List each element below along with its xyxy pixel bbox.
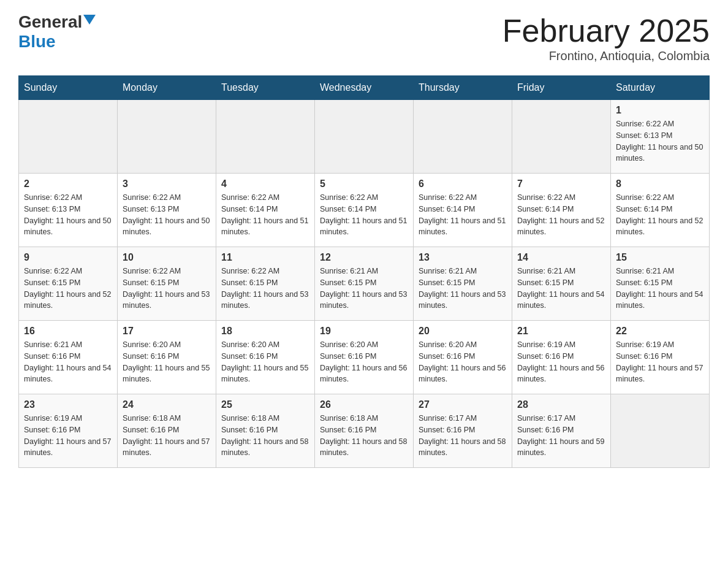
day-header-thursday: Thursday bbox=[414, 76, 512, 100]
day-info: Sunrise: 6:22 AM Sunset: 6:15 PM Dayligh… bbox=[123, 266, 211, 312]
calendar-cell: 4Sunrise: 6:22 AM Sunset: 6:14 PM Daylig… bbox=[216, 174, 315, 247]
calendar-cell: 8Sunrise: 6:22 AM Sunset: 6:14 PM Daylig… bbox=[611, 174, 710, 247]
calendar-cell: 3Sunrise: 6:22 AM Sunset: 6:13 PM Daylig… bbox=[118, 174, 216, 247]
day-header-tuesday: Tuesday bbox=[216, 76, 315, 100]
day-header-monday: Monday bbox=[118, 76, 216, 100]
day-info: Sunrise: 6:20 AM Sunset: 6:16 PM Dayligh… bbox=[221, 339, 309, 385]
calendar-cell: 9Sunrise: 6:22 AM Sunset: 6:15 PM Daylig… bbox=[19, 247, 118, 321]
month-title: February 2025 bbox=[502, 12, 710, 49]
day-number: 5 bbox=[320, 178, 408, 190]
calendar-cell: 15Sunrise: 6:21 AM Sunset: 6:15 PM Dayli… bbox=[611, 247, 710, 321]
calendar-cell: 18Sunrise: 6:20 AM Sunset: 6:16 PM Dayli… bbox=[216, 321, 315, 394]
calendar-cell: 19Sunrise: 6:20 AM Sunset: 6:16 PM Dayli… bbox=[315, 321, 414, 394]
day-number: 6 bbox=[419, 178, 507, 190]
day-number: 10 bbox=[123, 252, 211, 263]
week-row-4: 16Sunrise: 6:21 AM Sunset: 6:16 PM Dayli… bbox=[19, 321, 710, 394]
logo: General Blue bbox=[18, 12, 96, 52]
logo-triangle-icon bbox=[83, 15, 96, 25]
day-number: 24 bbox=[123, 399, 211, 410]
day-info: Sunrise: 6:19 AM Sunset: 6:16 PM Dayligh… bbox=[517, 339, 605, 385]
day-info: Sunrise: 6:22 AM Sunset: 6:13 PM Dayligh… bbox=[24, 192, 112, 238]
calendar-cell: 14Sunrise: 6:21 AM Sunset: 6:15 PM Dayli… bbox=[512, 247, 611, 321]
day-number: 23 bbox=[24, 399, 112, 410]
day-number: 8 bbox=[616, 178, 704, 190]
calendar-cell: 20Sunrise: 6:20 AM Sunset: 6:16 PM Dayli… bbox=[414, 321, 512, 394]
calendar-cell: 1Sunrise: 6:22 AM Sunset: 6:13 PM Daylig… bbox=[611, 100, 710, 174]
calendar-cell: 23Sunrise: 6:19 AM Sunset: 6:16 PM Dayli… bbox=[19, 394, 118, 468]
day-number: 16 bbox=[24, 326, 112, 337]
day-number: 19 bbox=[320, 326, 408, 337]
day-info: Sunrise: 6:21 AM Sunset: 6:16 PM Dayligh… bbox=[24, 339, 112, 385]
calendar-cell: 25Sunrise: 6:18 AM Sunset: 6:16 PM Dayli… bbox=[216, 394, 315, 468]
calendar-cell: 6Sunrise: 6:22 AM Sunset: 6:14 PM Daylig… bbox=[414, 174, 512, 247]
day-header-sunday: Sunday bbox=[19, 76, 118, 100]
calendar-cell bbox=[216, 100, 315, 174]
calendar-table: SundayMondayTuesdayWednesdayThursdayFrid… bbox=[18, 75, 710, 468]
day-info: Sunrise: 6:20 AM Sunset: 6:16 PM Dayligh… bbox=[320, 339, 408, 385]
day-info: Sunrise: 6:22 AM Sunset: 6:13 PM Dayligh… bbox=[616, 118, 704, 164]
calendar-cell: 11Sunrise: 6:22 AM Sunset: 6:15 PM Dayli… bbox=[216, 247, 315, 321]
calendar-cell: 7Sunrise: 6:22 AM Sunset: 6:14 PM Daylig… bbox=[512, 174, 611, 247]
day-info: Sunrise: 6:22 AM Sunset: 6:13 PM Dayligh… bbox=[123, 192, 211, 238]
day-info: Sunrise: 6:22 AM Sunset: 6:15 PM Dayligh… bbox=[24, 266, 112, 312]
day-info: Sunrise: 6:20 AM Sunset: 6:16 PM Dayligh… bbox=[419, 339, 507, 385]
day-info: Sunrise: 6:22 AM Sunset: 6:14 PM Dayligh… bbox=[221, 192, 309, 238]
calendar-cell: 12Sunrise: 6:21 AM Sunset: 6:15 PM Dayli… bbox=[315, 247, 414, 321]
day-number: 3 bbox=[123, 178, 211, 190]
day-number: 21 bbox=[517, 326, 605, 337]
day-number: 13 bbox=[419, 252, 507, 263]
day-info: Sunrise: 6:17 AM Sunset: 6:16 PM Dayligh… bbox=[517, 413, 605, 459]
calendar-cell bbox=[512, 100, 611, 174]
calendar-cell: 24Sunrise: 6:18 AM Sunset: 6:16 PM Dayli… bbox=[118, 394, 216, 468]
day-number: 11 bbox=[221, 252, 309, 263]
calendar-cell bbox=[118, 100, 216, 174]
day-number: 12 bbox=[320, 252, 408, 263]
calendar-cell bbox=[611, 394, 710, 468]
day-info: Sunrise: 6:22 AM Sunset: 6:15 PM Dayligh… bbox=[221, 266, 309, 312]
day-header-friday: Friday bbox=[512, 76, 611, 100]
logo-general-text: General bbox=[18, 12, 82, 32]
header: General Blue February 2025 Frontino, Ant… bbox=[18, 12, 710, 63]
day-info: Sunrise: 6:22 AM Sunset: 6:14 PM Dayligh… bbox=[320, 192, 408, 238]
day-info: Sunrise: 6:19 AM Sunset: 6:16 PM Dayligh… bbox=[24, 413, 112, 459]
calendar-cell: 10Sunrise: 6:22 AM Sunset: 6:15 PM Dayli… bbox=[118, 247, 216, 321]
calendar-cell bbox=[315, 100, 414, 174]
day-number: 20 bbox=[419, 326, 507, 337]
day-number: 22 bbox=[616, 326, 704, 337]
day-info: Sunrise: 6:22 AM Sunset: 6:14 PM Dayligh… bbox=[616, 192, 704, 238]
location-title: Frontino, Antioquia, Colombia bbox=[502, 49, 710, 63]
day-number: 15 bbox=[616, 252, 704, 263]
day-number: 4 bbox=[221, 178, 309, 190]
day-number: 28 bbox=[517, 399, 605, 410]
calendar-cell: 22Sunrise: 6:19 AM Sunset: 6:16 PM Dayli… bbox=[611, 321, 710, 394]
week-row-3: 9Sunrise: 6:22 AM Sunset: 6:15 PM Daylig… bbox=[19, 247, 710, 321]
day-number: 27 bbox=[419, 399, 507, 410]
calendar-body: 1Sunrise: 6:22 AM Sunset: 6:13 PM Daylig… bbox=[19, 100, 710, 468]
calendar-cell: 26Sunrise: 6:18 AM Sunset: 6:16 PM Dayli… bbox=[315, 394, 414, 468]
day-info: Sunrise: 6:21 AM Sunset: 6:15 PM Dayligh… bbox=[419, 266, 507, 312]
day-info: Sunrise: 6:22 AM Sunset: 6:14 PM Dayligh… bbox=[419, 192, 507, 238]
day-number: 2 bbox=[24, 178, 112, 190]
day-info: Sunrise: 6:17 AM Sunset: 6:16 PM Dayligh… bbox=[419, 413, 507, 459]
calendar-cell: 13Sunrise: 6:21 AM Sunset: 6:15 PM Dayli… bbox=[414, 247, 512, 321]
day-info: Sunrise: 6:18 AM Sunset: 6:16 PM Dayligh… bbox=[221, 413, 309, 459]
day-number: 9 bbox=[24, 252, 112, 263]
calendar-cell: 17Sunrise: 6:20 AM Sunset: 6:16 PM Dayli… bbox=[118, 321, 216, 394]
day-number: 18 bbox=[221, 326, 309, 337]
day-number: 1 bbox=[616, 105, 704, 116]
calendar-cell bbox=[414, 100, 512, 174]
calendar-cell: 5Sunrise: 6:22 AM Sunset: 6:14 PM Daylig… bbox=[315, 174, 414, 247]
week-row-2: 2Sunrise: 6:22 AM Sunset: 6:13 PM Daylig… bbox=[19, 174, 710, 247]
day-number: 14 bbox=[517, 252, 605, 263]
day-number: 26 bbox=[320, 399, 408, 410]
calendar-cell: 28Sunrise: 6:17 AM Sunset: 6:16 PM Dayli… bbox=[512, 394, 611, 468]
day-info: Sunrise: 6:21 AM Sunset: 6:15 PM Dayligh… bbox=[517, 266, 605, 312]
day-header-saturday: Saturday bbox=[611, 76, 710, 100]
day-number: 25 bbox=[221, 399, 309, 410]
day-info: Sunrise: 6:21 AM Sunset: 6:15 PM Dayligh… bbox=[616, 266, 704, 312]
calendar-cell: 2Sunrise: 6:22 AM Sunset: 6:13 PM Daylig… bbox=[19, 174, 118, 247]
week-row-5: 23Sunrise: 6:19 AM Sunset: 6:16 PM Dayli… bbox=[19, 394, 710, 468]
day-header-wednesday: Wednesday bbox=[315, 76, 414, 100]
day-info: Sunrise: 6:22 AM Sunset: 6:14 PM Dayligh… bbox=[517, 192, 605, 238]
calendar-cell: 27Sunrise: 6:17 AM Sunset: 6:16 PM Dayli… bbox=[414, 394, 512, 468]
